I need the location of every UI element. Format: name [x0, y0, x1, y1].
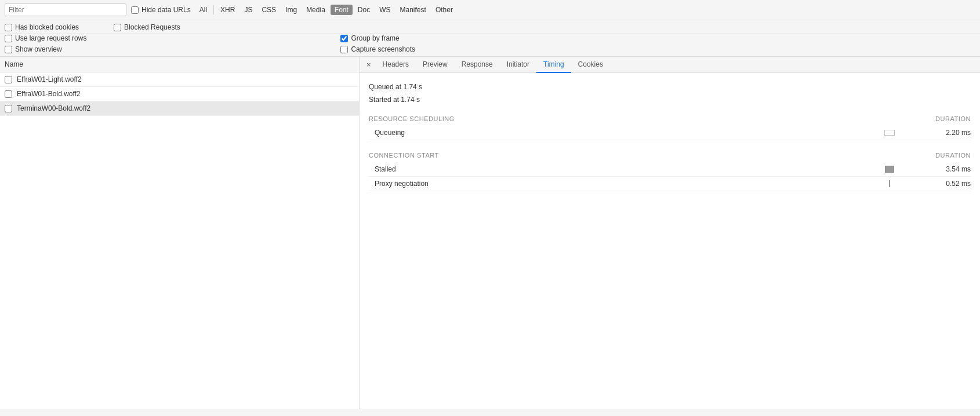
- options-right: Group by frame Capture screenshots: [340, 34, 415, 53]
- hide-data-urls-label[interactable]: Hide data URLs: [131, 6, 191, 14]
- list-item[interactable]: EffraW01-Light.woff2: [0, 72, 359, 87]
- options-row-1: Has blocked cookies Blocked Requests: [0, 20, 980, 34]
- request-item-name-3: TerminaW00-Bold.woff2: [17, 104, 90, 112]
- proxy-bar-line: [889, 180, 890, 187]
- timing-row-stalled: Stalled 3.54 ms: [369, 162, 971, 177]
- capture-screenshots-text: Capture screenshots: [351, 45, 415, 53]
- request-item-checkbox-2[interactable]: [5, 90, 12, 98]
- options-row-2: Use large request rows Show overview Gro…: [0, 34, 980, 57]
- show-overview-text: Show overview: [15, 45, 62, 53]
- started-at: Started at 1.74 s: [369, 94, 971, 107]
- has-blocked-cookies-label[interactable]: Has blocked cookies: [5, 23, 79, 31]
- group-by-frame-text: Group by frame: [351, 34, 399, 42]
- group-by-frame-label[interactable]: Group by frame: [340, 34, 415, 42]
- list-header: Name: [0, 57, 359, 72]
- filter-types: All XHR JS CSS Img Media Font Doc WS Man…: [195, 5, 457, 15]
- stalled-bar-area: [855, 166, 924, 173]
- stalled-label: Stalled: [375, 165, 855, 173]
- request-item-name-1: EffraW01-Light.woff2: [17, 75, 82, 83]
- timing-content: Queued at 1.74 s Started at 1.74 s Resou…: [360, 73, 980, 199]
- capture-screenshots-label[interactable]: Capture screenshots: [340, 45, 415, 53]
- resource-scheduling-title: Resource Scheduling: [369, 115, 455, 122]
- filter-btn-manifest[interactable]: Manifest: [396, 5, 430, 15]
- tab-bar: × Headers Preview Response Initiator Tim…: [360, 57, 980, 73]
- request-list: EffraW01-Light.woff2 EffraW01-Bold.woff2…: [0, 72, 359, 409]
- resource-scheduling-duration-label: DURATION: [935, 115, 971, 122]
- close-button[interactable]: ×: [362, 57, 376, 72]
- tab-response[interactable]: Response: [455, 57, 500, 73]
- connection-start-header: Connection Start DURATION: [369, 152, 971, 159]
- filter-btn-all[interactable]: All: [195, 5, 211, 15]
- filter-btn-ws[interactable]: WS: [375, 5, 394, 15]
- resource-scheduling-section: Resource Scheduling DURATION Queueing 2.…: [369, 115, 971, 140]
- show-overview-checkbox[interactable]: [5, 46, 12, 53]
- show-overview-label[interactable]: Show overview: [5, 45, 86, 53]
- hide-data-urls-checkbox[interactable]: [131, 6, 139, 14]
- filter-btn-other[interactable]: Other: [431, 5, 457, 15]
- proxy-bar-area: [855, 180, 924, 187]
- filter-input[interactable]: [5, 3, 126, 16]
- resource-scheduling-header: Resource Scheduling DURATION: [369, 115, 971, 122]
- main-area: Name EffraW01-Light.woff2 EffraW01-Bold.…: [0, 57, 980, 409]
- request-item-name-2: EffraW01-Bold.woff2: [17, 90, 81, 98]
- tab-preview[interactable]: Preview: [416, 57, 455, 73]
- queueing-label: Queueing: [375, 129, 855, 137]
- has-blocked-cookies-checkbox[interactable]: [5, 24, 12, 31]
- options-left: Use large request rows Show overview: [5, 34, 86, 53]
- tab-timing[interactable]: Timing: [536, 57, 571, 73]
- proxy-duration: 0.52 ms: [924, 180, 971, 188]
- timing-row-queueing: Queueing 2.20 ms: [369, 126, 971, 140]
- request-item-checkbox-3[interactable]: [5, 105, 12, 112]
- connection-start-duration-label: DURATION: [935, 152, 971, 159]
- queueing-bar-area: [855, 130, 924, 136]
- has-blocked-cookies-text: Has blocked cookies: [15, 23, 79, 31]
- toolbar-row: Hide data URLs All XHR JS CSS Img Media …: [0, 0, 980, 20]
- filter-btn-js[interactable]: JS: [240, 5, 256, 15]
- use-large-rows-label[interactable]: Use large request rows: [5, 34, 86, 42]
- separator: [213, 5, 214, 14]
- filter-btn-xhr[interactable]: XHR: [216, 5, 239, 15]
- connection-start-title: Connection Start: [369, 152, 439, 159]
- capture-screenshots-checkbox[interactable]: [340, 46, 348, 53]
- hide-data-urls-text: Hide data URLs: [141, 6, 191, 14]
- filter-btn-css[interactable]: CSS: [257, 5, 280, 15]
- left-panel: Name EffraW01-Light.woff2 EffraW01-Bold.…: [0, 57, 360, 409]
- connection-start-section: Connection Start DURATION Stalled 3.54 m…: [369, 152, 971, 191]
- list-item[interactable]: EffraW01-Bold.woff2: [0, 87, 359, 101]
- use-large-rows-text: Use large request rows: [15, 34, 86, 42]
- section-divider: [369, 140, 971, 149]
- queued-at: Queued at 1.74 s: [369, 81, 971, 94]
- tab-initiator[interactable]: Initiator: [500, 57, 536, 73]
- use-large-rows-checkbox[interactable]: [5, 35, 12, 42]
- stalled-bar: [885, 166, 894, 173]
- filter-btn-media[interactable]: Media: [302, 5, 329, 15]
- filter-btn-doc[interactable]: Doc: [354, 5, 374, 15]
- right-panel: × Headers Preview Response Initiator Tim…: [360, 57, 980, 409]
- request-item-checkbox-1[interactable]: [5, 76, 12, 83]
- column-name: Name: [5, 60, 23, 68]
- group-by-frame-checkbox[interactable]: [340, 35, 348, 42]
- timing-meta: Queued at 1.74 s Started at 1.74 s: [369, 81, 971, 106]
- blocked-requests-text: Blocked Requests: [124, 23, 180, 31]
- list-item[interactable]: TerminaW00-Bold.woff2: [0, 101, 359, 116]
- timing-row-proxy: Proxy negotiation 0.52 ms: [369, 177, 971, 191]
- tab-headers[interactable]: Headers: [376, 57, 416, 73]
- tab-cookies[interactable]: Cookies: [571, 57, 610, 73]
- blocked-requests-label[interactable]: Blocked Requests: [114, 23, 180, 31]
- stalled-duration: 3.54 ms: [924, 165, 971, 173]
- filter-btn-img[interactable]: Img: [281, 5, 301, 15]
- queueing-duration: 2.20 ms: [924, 129, 971, 137]
- blocked-requests-checkbox[interactable]: [114, 24, 121, 31]
- proxy-label: Proxy negotiation: [375, 180, 855, 188]
- queueing-bar: [884, 130, 895, 136]
- filter-btn-font[interactable]: Font: [331, 5, 353, 15]
